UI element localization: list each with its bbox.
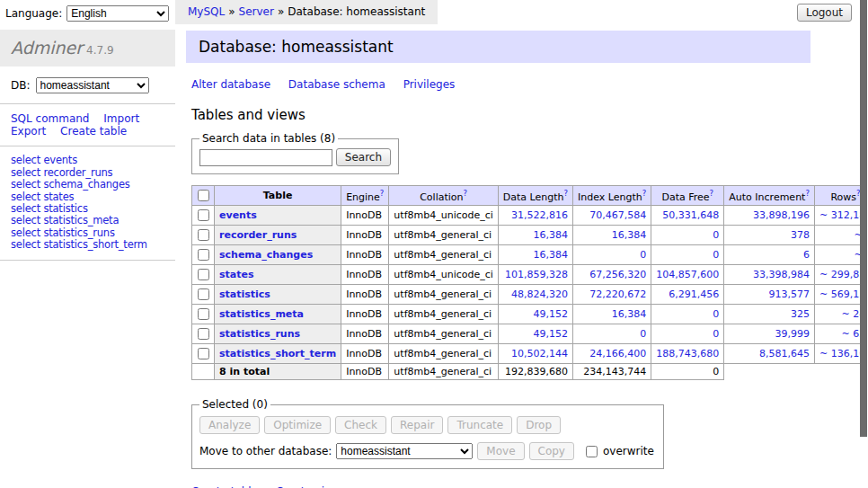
- tables-table: TableEngine?Collation?Data Length?Index …: [191, 185, 868, 380]
- move-button[interactable]: Move: [477, 442, 524, 460]
- help-link[interactable]: ?: [464, 189, 468, 198]
- help-superscript: ?: [380, 188, 385, 198]
- scrollbar-track[interactable]: [860, 0, 868, 488]
- db-select[interactable]: homeassistant: [36, 77, 149, 93]
- drop-button[interactable]: Drop: [517, 416, 561, 434]
- sidebar-action-link[interactable]: Export: [11, 125, 46, 138]
- sidebar-divider: [0, 103, 175, 104]
- table-name-link[interactable]: events: [219, 209, 257, 221]
- table-select-link[interactable]: select schema_changes: [11, 178, 130, 191]
- collation-cell: utf8mb4_unicode_ci: [389, 265, 498, 285]
- table-name-link[interactable]: states: [219, 269, 254, 280]
- language-select[interactable]: English: [66, 5, 169, 22]
- sidebar-action-link[interactable]: Create table: [60, 125, 127, 138]
- footer-collation-cell: utf8mb4_general_ci: [389, 364, 498, 380]
- sidebar-divider: [0, 260, 175, 261]
- engine-cell: InnoDB: [341, 305, 389, 324]
- auto-increment-cell: 8,581,645: [724, 344, 815, 364]
- move-db-select[interactable]: homeassistant: [336, 443, 473, 459]
- table-select-link[interactable]: select events: [11, 154, 77, 166]
- auto-increment-cell: 913,577: [724, 285, 815, 305]
- table-select-link[interactable]: select statistics_meta: [11, 214, 119, 226]
- table-name-link[interactable]: statistics: [219, 288, 270, 300]
- row-checkbox[interactable]: [198, 229, 209, 241]
- table-select-link[interactable]: select states: [11, 191, 74, 203]
- engine-cell: InnoDB: [341, 245, 389, 265]
- table-select-link[interactable]: select recorder_runs: [11, 166, 112, 179]
- main-content: MySQL»Server»Database: homeassistant Log…: [175, 0, 868, 488]
- repair-button[interactable]: Repair: [391, 416, 443, 434]
- engine-cell: InnoDB: [341, 265, 389, 285]
- row-checkbox[interactable]: [198, 288, 209, 300]
- column-header-engine: Engine?: [341, 186, 389, 206]
- analyze-button[interactable]: Analyze: [199, 416, 260, 434]
- row-select-cell: [192, 226, 215, 245]
- database-action-link[interactable]: Alter database: [191, 78, 270, 91]
- collation-cell: utf8mb4_general_ci: [389, 305, 498, 324]
- database-action-link[interactable]: Privileges: [403, 78, 456, 91]
- row-select-cell: [192, 245, 215, 265]
- table-name-cell: statistics_runs: [215, 324, 341, 344]
- row-checkbox[interactable]: [198, 209, 209, 221]
- database-action-link[interactable]: Database schema: [288, 78, 385, 91]
- search-input[interactable]: [199, 149, 332, 166]
- engine-cell: InnoDB: [341, 324, 389, 344]
- index-length-cell: 72,220,672: [573, 285, 651, 305]
- selected-fieldset: Selected (0) AnalyzeOptimizeCheckRepairT…: [191, 398, 664, 469]
- table-select-link[interactable]: select statistics_short_term: [11, 238, 147, 251]
- breadcrumb: MySQL»Server»Database: homeassistant: [175, 0, 438, 24]
- table-row: statistics_runsInnoDButf8mb4_general_ci4…: [192, 324, 868, 344]
- data-free-cell: 0: [651, 226, 724, 245]
- row-checkbox[interactable]: [198, 269, 209, 280]
- search-button[interactable]: Search: [336, 148, 391, 166]
- data-length-cell: 101,859,328: [498, 265, 572, 285]
- copy-button[interactable]: Copy: [529, 442, 574, 460]
- engine-cell: InnoDB: [341, 206, 389, 226]
- sidebar-action-link[interactable]: SQL command: [11, 112, 89, 125]
- data-length-cell: 16,384: [498, 245, 572, 265]
- truncate-button[interactable]: Truncate: [447, 416, 512, 434]
- overwrite-checkbox[interactable]: [586, 446, 598, 457]
- collation-cell: utf8mb4_general_ci: [389, 226, 498, 245]
- data-length-cell: 16,384: [498, 226, 572, 245]
- auto-increment-cell: 378: [724, 226, 815, 245]
- footer-absent-cell: [724, 364, 815, 380]
- database-links: Alter database Database schema Privilege…: [191, 78, 868, 91]
- help-link[interactable]: ?: [805, 189, 810, 198]
- scrollbar-thumb[interactable]: [860, 0, 867, 437]
- table-name-link[interactable]: statistics_runs: [219, 328, 300, 340]
- row-checkbox[interactable]: [198, 348, 209, 359]
- table-select-link[interactable]: select statistics_runs: [11, 226, 115, 239]
- search-fieldset: Search data in tables (8) Search: [191, 132, 399, 174]
- breadcrumb-link[interactable]: MySQL: [188, 5, 225, 18]
- table-row: statistics_short_termInnoDButf8mb4_gener…: [192, 344, 868, 364]
- select-all-checkbox[interactable]: [198, 190, 209, 201]
- help-link[interactable]: ?: [710, 189, 714, 198]
- column-header-auto-increment: Auto Increment?: [724, 186, 815, 206]
- table-name-link[interactable]: schema_changes: [219, 249, 313, 261]
- table-row: eventsInnoDButf8mb4_unicode_ci31,522,816…: [192, 206, 868, 226]
- adminer-version: 4.7.9: [86, 44, 114, 57]
- help-link[interactable]: ?: [642, 189, 647, 198]
- table-select-link[interactable]: select statistics: [11, 202, 88, 215]
- row-checkbox[interactable]: [198, 328, 209, 340]
- row-checkbox[interactable]: [198, 249, 209, 261]
- help-link[interactable]: ?: [564, 189, 569, 198]
- move-db-label: Move to other database:: [199, 445, 332, 457]
- optimize-button[interactable]: Optimize: [264, 416, 331, 434]
- breadcrumb-link[interactable]: Server: [239, 5, 274, 18]
- help-link[interactable]: ?: [380, 189, 385, 198]
- logout-button[interactable]: Logout: [797, 4, 852, 22]
- footer-data-free-cell: 0: [651, 364, 724, 380]
- row-checkbox[interactable]: [198, 308, 209, 320]
- footer-index-length-cell: 234,143,744: [573, 364, 651, 380]
- table-row: statistics_metaInnoDButf8mb4_general_ci4…: [192, 305, 868, 324]
- sidebar-action-link[interactable]: Import: [103, 112, 139, 125]
- sidebar-table-link-item: select statistics_short_term: [11, 239, 175, 250]
- table-name-link[interactable]: statistics_short_term: [219, 348, 336, 359]
- selected-actions-row: AnalyzeOptimizeCheckRepairTruncateDrop: [199, 416, 654, 434]
- check-button[interactable]: Check: [335, 416, 386, 434]
- table-name-link[interactable]: recorder_runs: [219, 229, 297, 241]
- table-name-link[interactable]: statistics_meta: [219, 308, 304, 320]
- sidebar-table-link-item: select statistics: [11, 203, 175, 214]
